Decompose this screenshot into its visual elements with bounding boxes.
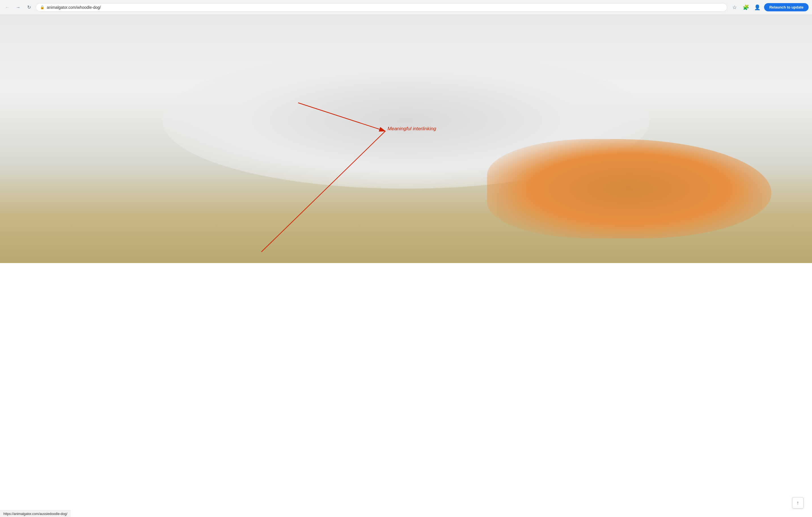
back-button[interactable]: ← [3, 3, 11, 11]
sidebar: Shih-Poo Doodle Dog Breed | Description,… [269, 15, 366, 263]
relaunch-button[interactable]: Relaunch to update [764, 3, 809, 11]
browser-actions: ☆ 🧩 👤 Relaunch to update [730, 3, 809, 12]
extensions-button[interactable]: 🧩 [742, 3, 751, 12]
profile-button[interactable]: 👤 [753, 3, 762, 12]
sidebar-card-bottom [275, 155, 360, 200]
page-container: What is a Whoodle Doodle Dog? The Whoodl… [0, 15, 812, 263]
bottom-dog-image [275, 155, 360, 200]
bottom-dog-photo [275, 155, 360, 200]
page-wrapper: What is a Whoodle Doodle Dog? The Whoodl… [0, 15, 812, 263]
reload-button[interactable]: ↻ [25, 3, 33, 11]
relaunch-label: Relaunch to update [769, 5, 804, 9]
address-bar[interactable]: 🔒 animalgator.com/whoodle-dog/ [36, 3, 727, 11]
url-text: animalgator.com/whoodle-dog/ [47, 5, 723, 10]
forward-button[interactable]: → [14, 3, 22, 11]
browser-chrome: ← → ↻ 🔒 animalgator.com/whoodle-dog/ ☆ 🧩… [0, 0, 812, 15]
bookmark-button[interactable]: ☆ [730, 3, 739, 12]
lock-icon: 🔒 [40, 5, 45, 9]
